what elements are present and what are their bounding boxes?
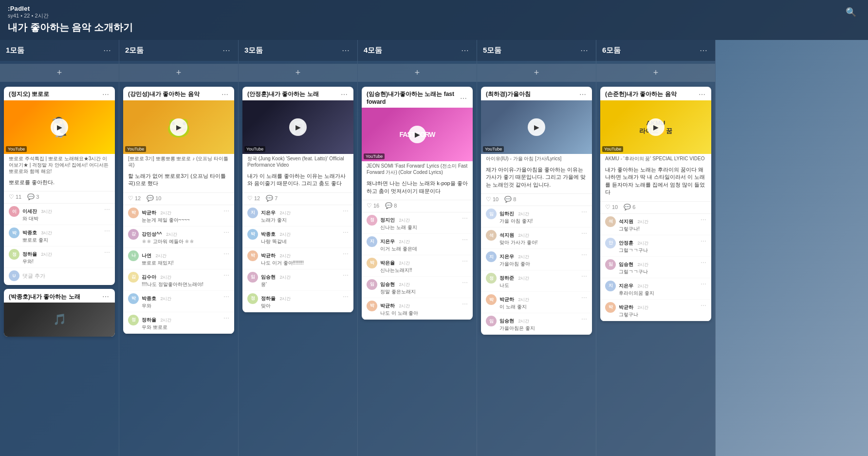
comment-icon: 💬	[266, 195, 273, 202]
comment-more-button[interactable]: ⋯	[343, 208, 349, 214]
comment-more-button[interactable]: ⋯	[462, 301, 468, 307]
like-count[interactable]: ♡ 11	[9, 193, 21, 200]
like-count[interactable]: ♡ 10	[605, 204, 618, 210]
card-more-button[interactable]: ⋯	[101, 293, 110, 301]
comment: 석 석지원 2시간 그렇구나! ⋯	[600, 214, 711, 235]
column-more-button[interactable]: ⋯	[459, 45, 471, 56]
comment-content: 정지인 2시간 신나는 노래 좋지	[380, 215, 459, 231]
play-button[interactable]: ▶	[289, 118, 307, 136]
comment-more-button[interactable]: ⋯	[581, 273, 587, 280]
video-thumbnail[interactable]: 🎵 ▶ YouTube	[242, 100, 353, 154]
add-card-button[interactable]: +	[119, 64, 238, 82]
like-count[interactable]: ♡ 12	[128, 195, 141, 202]
comment-count[interactable]: 💬 8	[504, 196, 516, 203]
comment-count[interactable]: 💬 10	[147, 195, 161, 202]
comment-more-button[interactable]: ⋯	[581, 294, 587, 301]
play-button[interactable]: ▶	[408, 126, 426, 143]
play-button[interactable]: ▶	[647, 118, 665, 136]
add-card-button[interactable]: +	[596, 64, 715, 82]
comment-more-button[interactable]: ⋯	[343, 229, 349, 236]
add-card-button[interactable]: +	[239, 64, 357, 82]
comment-more-button[interactable]: ⋯	[581, 316, 587, 323]
comment-more-button[interactable]: ⋯	[343, 250, 349, 257]
like-count[interactable]: ♡ 16	[367, 202, 379, 209]
card: (박종호)내가 좋아하는 노래 ⋯ 🎵	[4, 289, 115, 337]
like-count[interactable]: ♡ 10	[486, 196, 499, 203]
play-button[interactable]: ▶	[528, 118, 545, 136]
column-more-button[interactable]: ⋯	[340, 45, 351, 56]
comment-more-button[interactable]: ⋯	[462, 258, 468, 265]
add-comment-text[interactable]: 댓글 추가	[22, 272, 45, 280]
comment-more-button[interactable]: ⋯	[462, 215, 468, 222]
video-thumbnail[interactable]: FAST FORW ▶ YouTube	[362, 108, 473, 161]
card-title: (강민성)내가 좋아하는 음악	[128, 91, 221, 98]
comment-more-button[interactable]: ⋯	[343, 293, 349, 300]
comment: 석 석지원 2시간 맞아 가사가 좋아! ⋯	[481, 228, 592, 249]
column-more-button[interactable]: ⋯	[578, 45, 590, 56]
comment-count[interactable]: 💬 6	[624, 204, 635, 210]
search-button[interactable]: 🔍	[842, 5, 860, 19]
add-card-button[interactable]: +	[0, 64, 119, 82]
add-comment-area[interactable]: U 댓글 추가	[4, 268, 115, 285]
comment-more-button[interactable]: ⋯	[223, 229, 229, 236]
comment-more-button[interactable]: ⋯	[581, 209, 587, 215]
comment-time: 2시간	[279, 253, 291, 258]
column-title: 4모둠	[364, 46, 382, 55]
play-button[interactable]: ▶	[51, 118, 68, 136]
column-more-button[interactable]: ⋯	[221, 45, 232, 56]
card-more-button[interactable]: ⋯	[221, 91, 229, 98]
comment-more-button[interactable]: ⋯	[223, 250, 229, 257]
youtube-label: YouTube	[364, 153, 385, 159]
video-thumbnail[interactable]: 🎵	[4, 303, 115, 337]
comment-more-button[interactable]: ⋯	[581, 251, 587, 258]
comment-count[interactable]: 💬 3	[27, 193, 39, 200]
like-count[interactable]: ♡ 12	[247, 195, 260, 202]
comment-avatar: 임	[486, 316, 497, 326]
comment-more-button[interactable]: ⋯	[701, 238, 706, 245]
comment-more-button[interactable]: ⋯	[104, 228, 110, 234]
video-thumbnail[interactable]: 🎵 ▶ YouTube	[481, 100, 592, 154]
comment-author: 안정훈	[619, 240, 633, 246]
video-thumbnail[interactable]: 🐸 ▶ YouTube	[123, 100, 234, 154]
comment-content: 임승현 2시간 가을아침은 좋지	[499, 316, 578, 332]
comment-more-button[interactable]: ⋯	[104, 249, 110, 256]
card-more-button[interactable]: ⋯	[101, 91, 110, 98]
comment-time: 2시간	[637, 241, 648, 246]
comment-text: 노래가 좋지	[261, 217, 340, 224]
comment-count[interactable]: 💬 7	[266, 195, 277, 202]
comment-more-button[interactable]: ⋯	[462, 236, 468, 243]
comment-more-button[interactable]: ⋯	[223, 208, 229, 214]
column-col6: 6모둠 ⋯ + (손준헌)내가 좋아하는 음악 ⋯ AKMU라이으🌙꿈 ▶ Yo…	[596, 40, 716, 456]
add-card-button[interactable]: +	[477, 64, 596, 82]
play-button[interactable]: ▶	[170, 118, 187, 136]
comment-text: 웅'	[261, 281, 340, 288]
comment-more-button[interactable]: ⋯	[104, 206, 110, 213]
video-thumbnail[interactable]: AKMU라이으🌙꿈 ▶ YouTube	[600, 100, 711, 154]
card-more-button[interactable]: ⋯	[340, 91, 349, 98]
comment-more-button[interactable]: ⋯	[581, 230, 587, 237]
comment-time: 2시간	[399, 282, 410, 287]
comment-content: 박균하 2시간 눈눈게 제일 좋아~~~~	[142, 208, 221, 224]
card-more-button[interactable]: ⋯	[698, 91, 706, 98]
comment-more-button[interactable]: ⋯	[223, 293, 229, 300]
comment-more-button[interactable]: ⋯	[343, 272, 349, 279]
comment-more-button[interactable]: ⋯	[701, 216, 706, 223]
column-more-button[interactable]: ⋯	[698, 45, 709, 56]
comment-more-button[interactable]: ⋯	[462, 279, 468, 286]
comment-avatar: 석	[605, 216, 616, 227]
card-more-button[interactable]: ⋯	[459, 95, 468, 102]
comment-more-button[interactable]: ⋯	[701, 259, 706, 266]
comment-more-button[interactable]: ⋯	[223, 315, 229, 322]
video-thumbnail[interactable]: 🐧 ▶ YouTube	[4, 100, 115, 154]
card-more-button[interactable]: ⋯	[578, 91, 587, 98]
column-title: 3모둠	[244, 46, 263, 55]
comment-count[interactable]: 💬 8	[385, 202, 397, 209]
column-more-button[interactable]: ⋯	[101, 45, 113, 56]
comment-time: 2시간	[518, 211, 529, 216]
comment-more-button[interactable]: ⋯	[701, 281, 706, 287]
comment-content: 박종호 2시간 나랑 똑같네	[261, 229, 340, 245]
add-card-button[interactable]: +	[358, 64, 477, 82]
comment: 박 박종호 2시간 우와 ⋯	[123, 291, 234, 312]
comment-more-button[interactable]: ⋯	[223, 272, 229, 279]
comment-more-button[interactable]: ⋯	[701, 302, 706, 309]
